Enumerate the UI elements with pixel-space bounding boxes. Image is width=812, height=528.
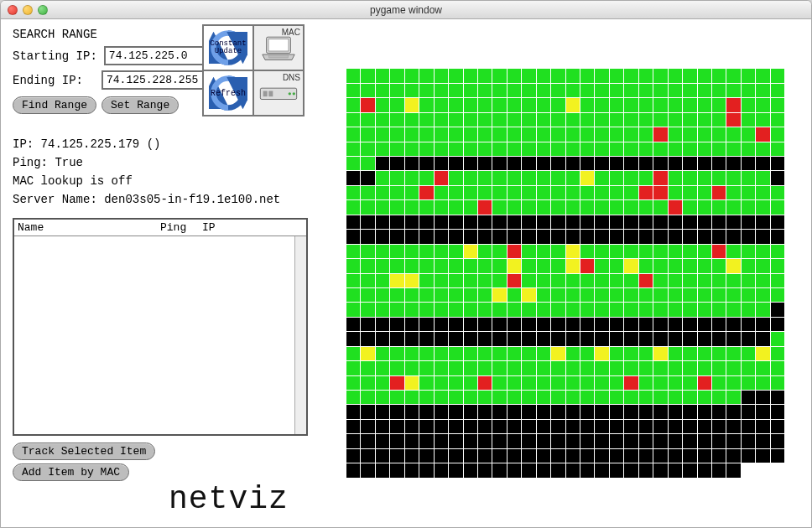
- grid-cell[interactable]: [551, 303, 565, 316]
- grid-cell[interactable]: [419, 332, 433, 345]
- grid-cell[interactable]: [683, 200, 696, 214]
- grid-cell[interactable]: [756, 318, 769, 331]
- grid-cell[interactable]: [508, 259, 521, 272]
- grid-cell[interactable]: [742, 98, 755, 111]
- grid-cell[interactable]: [698, 259, 711, 272]
- grid-cell[interactable]: [610, 200, 623, 214]
- grid-cell[interactable]: [508, 98, 521, 111]
- grid-cell[interactable]: [566, 127, 580, 141]
- grid-cell[interactable]: [492, 215, 506, 229]
- grid-cell[interactable]: [522, 347, 535, 360]
- grid-cell[interactable]: [698, 245, 711, 258]
- grid-cell[interactable]: [376, 318, 389, 331]
- grid-cell[interactable]: [522, 171, 535, 184]
- grid-cell[interactable]: [419, 215, 433, 229]
- grid-cell[interactable]: [464, 318, 477, 331]
- grid-cell[interactable]: [639, 98, 653, 111]
- grid-cell[interactable]: [624, 142, 638, 156]
- grid-cell[interactable]: [537, 69, 550, 82]
- grid-cell[interactable]: [742, 391, 755, 404]
- grid-cell[interactable]: [712, 434, 726, 448]
- grid-cell[interactable]: [405, 463, 419, 477]
- grid-cell[interactable]: [508, 69, 521, 82]
- grid-cell[interactable]: [449, 84, 462, 97]
- grid-cell[interactable]: [756, 186, 769, 199]
- grid-cell[interactable]: [756, 230, 769, 243]
- grid-cell[interactable]: [361, 69, 374, 82]
- grid-cell[interactable]: [346, 361, 360, 375]
- grid-cell[interactable]: [376, 376, 389, 390]
- grid-cell[interactable]: [639, 157, 653, 170]
- grid-cell[interactable]: [726, 127, 740, 141]
- grid-cell[interactable]: [771, 186, 784, 199]
- grid-cell[interactable]: [771, 391, 784, 404]
- grid-cell[interactable]: [405, 200, 419, 214]
- grid-cell[interactable]: [624, 288, 638, 302]
- grid-cell[interactable]: [756, 113, 769, 127]
- grid-cell[interactable]: [580, 157, 594, 170]
- grid-cell[interactable]: [595, 347, 608, 360]
- grid-cell[interactable]: [756, 376, 769, 390]
- grid-cell[interactable]: [698, 230, 711, 243]
- grid-cell[interactable]: [639, 391, 653, 404]
- grid-cell[interactable]: [610, 405, 623, 418]
- grid-cell[interactable]: [419, 420, 433, 433]
- grid-cell[interactable]: [683, 259, 696, 272]
- grid-cell[interactable]: [551, 200, 565, 214]
- grid-cell[interactable]: [624, 259, 638, 272]
- grid-cell[interactable]: [683, 361, 696, 375]
- grid-cell[interactable]: [435, 200, 448, 214]
- grid-cell[interactable]: [390, 449, 403, 463]
- grid-cell[interactable]: [551, 113, 565, 127]
- grid-cell[interactable]: [492, 288, 506, 302]
- grid-cell[interactable]: [610, 84, 623, 97]
- grid-cell[interactable]: [551, 420, 565, 433]
- grid-cell[interactable]: [683, 171, 696, 184]
- grid-cell[interactable]: [551, 405, 565, 418]
- grid-cell[interactable]: [435, 449, 448, 463]
- grid-cell[interactable]: [653, 84, 667, 97]
- grid-cell[interactable]: [478, 376, 492, 390]
- grid-cell[interactable]: [419, 157, 433, 170]
- grid-cell[interactable]: [492, 157, 506, 170]
- grid-cell[interactable]: [712, 259, 726, 272]
- grid-cell[interactable]: [390, 186, 403, 199]
- grid-cell[interactable]: [405, 171, 419, 184]
- grid-cell[interactable]: [405, 186, 419, 199]
- grid-cell[interactable]: [419, 405, 433, 418]
- grid-cell[interactable]: [405, 142, 419, 156]
- grid-cell[interactable]: [346, 463, 360, 477]
- grid-cell[interactable]: [726, 420, 740, 433]
- grid-cell[interactable]: [726, 347, 740, 360]
- grid-cell[interactable]: [639, 405, 653, 418]
- grid-cell[interactable]: [551, 84, 565, 97]
- grid-cell[interactable]: [756, 98, 769, 111]
- results-list[interactable]: Name Ping IP: [13, 218, 308, 436]
- grid-cell[interactable]: [419, 69, 433, 82]
- grid-cell[interactable]: [376, 171, 389, 184]
- grid-cell[interactable]: [346, 288, 360, 302]
- grid-cell[interactable]: [449, 245, 462, 258]
- grid-cell[interactable]: [610, 98, 623, 111]
- grid-cell[interactable]: [653, 245, 667, 258]
- grid-cell[interactable]: [624, 245, 638, 258]
- grid-cell[interactable]: [390, 200, 403, 214]
- grid-cell[interactable]: [492, 303, 506, 316]
- grid-cell[interactable]: [653, 303, 667, 316]
- grid-cell[interactable]: [580, 288, 594, 302]
- grid-cell[interactable]: [566, 376, 580, 390]
- grid-cell[interactable]: [756, 215, 769, 229]
- grid-cell[interactable]: [653, 157, 667, 170]
- grid-cell[interactable]: [478, 288, 492, 302]
- grid-cell[interactable]: [419, 142, 433, 156]
- grid-cell[interactable]: [580, 376, 594, 390]
- grid-cell[interactable]: [478, 69, 492, 82]
- grid-cell[interactable]: [405, 361, 419, 375]
- grid-cell[interactable]: [726, 171, 740, 184]
- grid-cell[interactable]: [698, 391, 711, 404]
- grid-cell[interactable]: [346, 303, 360, 316]
- grid-cell[interactable]: [726, 113, 740, 127]
- grid-cell[interactable]: [726, 332, 740, 345]
- grid-cell[interactable]: [698, 347, 711, 360]
- grid-cell[interactable]: [419, 113, 433, 127]
